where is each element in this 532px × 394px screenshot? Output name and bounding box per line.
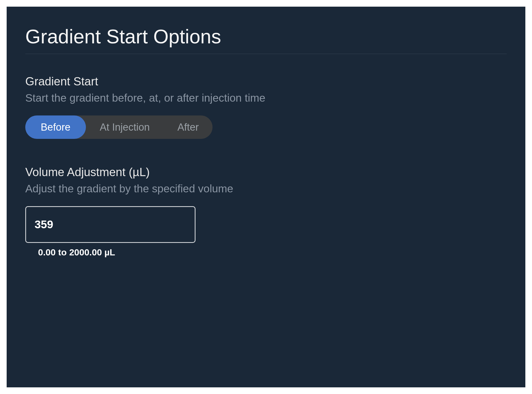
segment-at-injection[interactable]: At Injection bbox=[86, 115, 164, 139]
volume-adjustment-input[interactable] bbox=[25, 206, 196, 243]
page-title: Gradient Start Options bbox=[25, 25, 507, 48]
segment-before[interactable]: Before bbox=[25, 115, 86, 139]
volume-adjustment-section: Volume Adjustment (µL) Adjust the gradie… bbox=[25, 165, 507, 258]
divider bbox=[25, 54, 507, 54]
volume-adjustment-hint: 0.00 to 2000.00 µL bbox=[38, 247, 507, 258]
gradient-start-options-panel: Gradient Start Options Gradient Start St… bbox=[7, 7, 525, 387]
gradient-start-description: Start the gradient before, at, or after … bbox=[25, 92, 507, 104]
segment-after[interactable]: After bbox=[164, 115, 213, 139]
gradient-start-segmented-control: Before At Injection After bbox=[25, 115, 213, 139]
volume-adjustment-description: Adjust the gradient by the specified vol… bbox=[25, 183, 507, 195]
gradient-start-section: Gradient Start Start the gradient before… bbox=[25, 75, 507, 139]
volume-adjustment-label: Volume Adjustment (µL) bbox=[25, 165, 507, 179]
gradient-start-label: Gradient Start bbox=[25, 75, 507, 88]
